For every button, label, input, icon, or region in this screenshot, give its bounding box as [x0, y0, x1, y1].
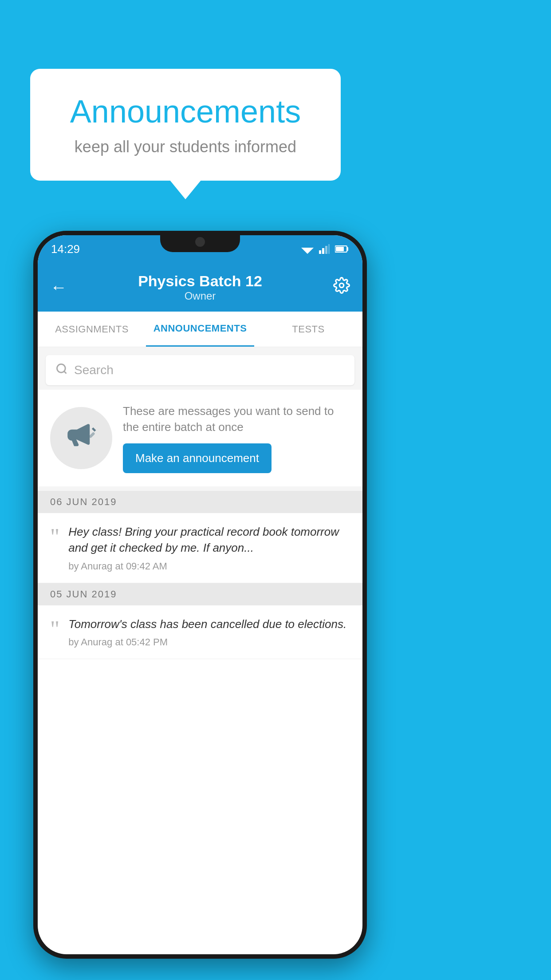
header-title: Physics Batch 12 [67, 273, 333, 290]
svg-rect-7 [347, 247, 348, 251]
announcement-meta-1: by Anurag at 09:42 AM [68, 561, 350, 572]
search-placeholder: Search [74, 363, 114, 377]
tab-announcements[interactable]: ANNOUNCEMENTS [146, 312, 254, 347]
announcement-item-1[interactable]: " Hey class! Bring your practical record… [38, 513, 362, 583]
announcement-meta-2: by Anurag at 05:42 PM [68, 636, 350, 648]
content-area: Search These are messages you want to se… [38, 347, 362, 659]
wifi-icon [301, 244, 314, 254]
megaphone-icon [65, 421, 98, 454]
status-icons [301, 244, 349, 254]
signal-icon [319, 244, 330, 254]
search-icon [55, 363, 68, 378]
quote-icon-2: " [50, 618, 59, 641]
svg-point-10 [57, 364, 66, 372]
phone-screen: 14:29 [38, 235, 362, 954]
svg-point-9 [339, 283, 344, 288]
search-bar[interactable]: Search [46, 355, 354, 385]
battery-icon [335, 245, 349, 253]
status-time: 14:29 [51, 242, 80, 256]
tab-assignments[interactable]: ASSIGNMENTS [38, 312, 146, 347]
header-subtitle: Owner [67, 290, 333, 302]
svg-rect-4 [325, 246, 327, 254]
back-button[interactable]: ← [50, 278, 67, 297]
svg-rect-3 [322, 248, 324, 254]
tabs-bar: ASSIGNMENTS ANNOUNCEMENTS TESTS [38, 312, 362, 347]
announcement-content-1: Hey class! Bring your practical record b… [68, 524, 350, 572]
svg-rect-2 [319, 250, 321, 254]
phone-frame: 14:29 [33, 231, 367, 959]
prompt-right: These are messages you want to send to t… [123, 403, 350, 473]
bubble-subtitle: keep all your students informed [57, 138, 314, 156]
search-svg-icon [55, 363, 68, 375]
prompt-text: These are messages you want to send to t… [123, 403, 350, 435]
svg-line-12 [92, 428, 95, 431]
speech-bubble: Announcements keep all your students inf… [30, 69, 341, 181]
announcement-text-2: Tomorrow's class has been cancelled due … [68, 616, 350, 632]
header-center: Physics Batch 12 Owner [67, 273, 333, 302]
svg-line-11 [64, 371, 66, 373]
bubble-title: Announcements [57, 93, 314, 130]
announcement-item-2[interactable]: " Tomorrow's class has been cancelled du… [38, 605, 362, 659]
svg-rect-5 [328, 244, 330, 254]
settings-button[interactable] [333, 277, 350, 298]
speech-bubble-card: Announcements keep all your students inf… [30, 69, 341, 181]
date-divider-2: 05 JUN 2019 [38, 583, 362, 605]
app-header: ← Physics Batch 12 Owner [38, 263, 362, 312]
make-announcement-button[interactable]: Make an announcement [123, 443, 272, 473]
settings-icon [333, 277, 350, 294]
tab-tests[interactable]: TESTS [254, 312, 362, 347]
announcement-prompt: These are messages you want to send to t… [38, 390, 362, 486]
phone-notch [160, 231, 240, 252]
announcement-content-2: Tomorrow's class has been cancelled due … [68, 616, 350, 648]
megaphone-circle [50, 407, 112, 469]
announcement-text-1: Hey class! Bring your practical record b… [68, 524, 350, 556]
date-divider-1: 06 JUN 2019 [38, 491, 362, 513]
svg-rect-8 [336, 247, 344, 251]
quote-icon-1: " [50, 526, 59, 549]
camera [195, 237, 205, 247]
